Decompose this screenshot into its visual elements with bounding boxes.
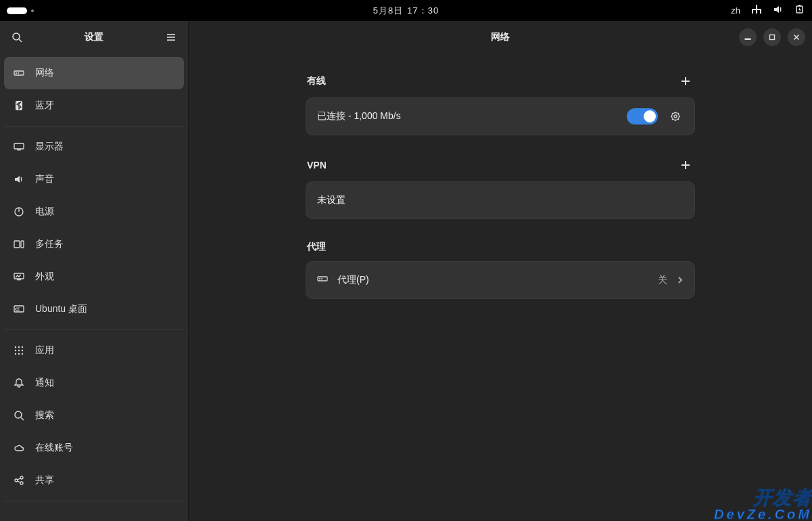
close-icon [793,34,800,41]
window-close-button[interactable] [788,28,805,46]
minimize-icon [744,34,751,41]
proxy-icon [317,273,328,287]
window-maximize-button[interactable] [763,28,781,46]
svg-rect-25 [21,241,24,248]
input-method-indicator[interactable]: zh [731,5,740,16]
sidebar-item-power[interactable]: 电源 [4,196,184,228]
gnome-top-bar: 5月8日 17：30 zh [0,0,812,21]
page-title: 网络 [491,31,510,43]
svg-point-32 [15,309,16,310]
proxy-card: 代理(P) 关 [306,261,695,299]
svg-point-69 [321,278,323,279]
svg-point-35 [22,346,23,348]
svg-point-33 [15,346,16,348]
sidebar-item-notifications[interactable]: 通知 [4,367,184,399]
add-vpn-button[interactable] [677,157,694,173]
sidebar-separator [4,126,184,127]
sidebar-item-label: 电源 [35,206,54,218]
sidebar-item-appearance[interactable]: 外观 [4,260,184,293]
sidebar-item-bluetooth[interactable]: 蓝牙 [4,89,184,122]
sidebar-menu-button[interactable] [162,28,180,46]
svg-rect-1 [756,6,757,9]
sidebar-list: 网络 蓝牙 显示器 声音 电源 [0,53,188,509]
sidebar-item-label: 应用 [35,344,54,357]
svg-point-41 [22,353,23,355]
activities-indicator-icon [7,7,27,14]
wired-toggle[interactable] [627,108,658,124]
sidebar-item-online-accounts[interactable]: 在线账号 [4,432,184,464]
network-icon [14,68,24,78]
svg-line-47 [18,478,20,480]
sidebar-item-label: 蓝牙 [35,99,54,112]
plus-icon [681,160,690,170]
gear-icon [670,111,681,122]
wired-settings-button[interactable] [667,108,684,124]
svg-point-17 [16,72,17,74]
chevron-right-icon [677,274,684,286]
window-minimize-button[interactable] [739,28,757,46]
maximize-icon [769,34,775,41]
activities-pill[interactable] [7,7,34,14]
section-heading-vpn: VPN [307,160,327,171]
sidebar-item-network[interactable]: 网络 [4,57,184,89]
sidebar-item-displays[interactable]: 显示器 [4,131,184,163]
svg-rect-15 [167,39,175,41]
svg-point-56 [674,115,677,118]
svg-line-43 [21,417,24,420]
svg-point-42 [15,411,22,418]
sidebar-title: 设置 [85,31,103,43]
svg-line-48 [18,481,20,482]
svg-rect-7 [756,10,757,12]
cloud-icon [14,443,24,453]
svg-rect-6 [752,10,753,12]
svg-point-30 [18,307,20,309]
svg-rect-21 [17,150,21,150]
svg-rect-49 [745,39,750,40]
sidebar-item-applications[interactable]: 应用 [4,334,184,367]
sidebar-item-label: 通知 [35,377,54,389]
svg-point-39 [15,353,16,355]
svg-rect-24 [14,241,20,248]
svg-point-40 [18,353,20,355]
settings-sidebar: 设置 网络 蓝牙 显示器 [0,21,189,521]
network-tray-icon[interactable] [751,4,762,17]
sidebar-item-label: 外观 [35,271,54,283]
svg-point-11 [13,33,20,40]
proxy-status: 关 [658,274,667,286]
volume-tray-icon[interactable] [773,4,784,17]
svg-point-44 [15,479,18,482]
hamburger-icon [166,32,176,43]
plus-icon [681,76,690,86]
sidebar-item-label: 网络 [35,67,54,79]
share-icon [14,475,24,486]
proxy-row[interactable]: 代理(P) 关 [306,262,694,298]
bell-icon [14,378,24,388]
section-heading-proxy: 代理 [307,241,326,253]
sidebar-item-label: Ubuntu 桌面 [35,303,87,315]
sidebar-search-button[interactable] [8,28,26,46]
vpn-card: 未设置 [306,181,695,219]
svg-point-37 [18,350,20,351]
sidebar-item-search[interactable]: 搜索 [4,399,184,432]
sidebar-item-label: 显示器 [35,141,64,153]
sidebar-item-label: 共享 [35,474,54,486]
svg-point-18 [18,72,19,74]
appearance-icon [14,271,24,282]
sidebar-item-multitasking[interactable]: 多任务 [4,228,184,260]
svg-point-46 [20,482,23,484]
search-icon [11,32,22,43]
svg-rect-3 [756,12,757,14]
sidebar-item-sound[interactable]: 声音 [4,163,184,196]
svg-rect-13 [167,34,175,35]
svg-point-31 [18,310,20,311]
battery-tray-icon[interactable] [794,4,805,17]
svg-rect-2 [752,12,753,14]
proxy-label: 代理(P) [337,274,648,286]
add-wired-button[interactable] [677,73,694,89]
sidebar-item-ubuntu-desktop[interactable]: Ubuntu 桌面 [4,293,184,325]
settings-content: 网络 有线 [189,21,812,521]
clock[interactable]: 5月8日 17：30 [373,5,439,17]
sidebar-item-sharing[interactable]: 共享 [4,464,184,497]
power-icon [14,206,24,217]
svg-point-34 [18,346,20,348]
